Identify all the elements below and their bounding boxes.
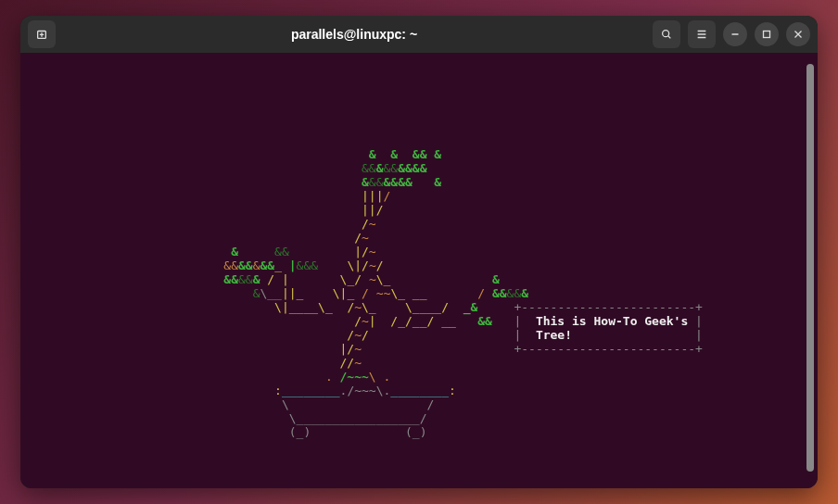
maximize-button[interactable] — [755, 22, 779, 46]
terminal-body[interactable]: & & && & &&&&&&&&& &&&&&&& & |||/ — [20, 53, 818, 488]
close-button[interactable] — [786, 22, 810, 46]
titlebar: parallels@linuxpc: ~ — [20, 16, 818, 53]
search-button[interactable] — [653, 20, 680, 48]
scrollbar[interactable] — [806, 64, 814, 472]
new-tab-button[interactable] — [28, 20, 56, 48]
terminal-window: parallels@linuxpc: ~ — [20, 16, 818, 488]
bonsai-ascii-art: & & && & &&&&&&&&& &&&&&&& & |||/ — [28, 64, 810, 439]
svg-point-1 — [663, 31, 669, 37]
minimize-button[interactable] — [723, 22, 747, 46]
window-title: parallels@linuxpc: ~ — [63, 27, 645, 42]
titlebar-left — [28, 20, 56, 48]
menu-button[interactable] — [688, 20, 716, 48]
svg-rect-2 — [764, 32, 770, 38]
titlebar-right — [653, 20, 810, 48]
